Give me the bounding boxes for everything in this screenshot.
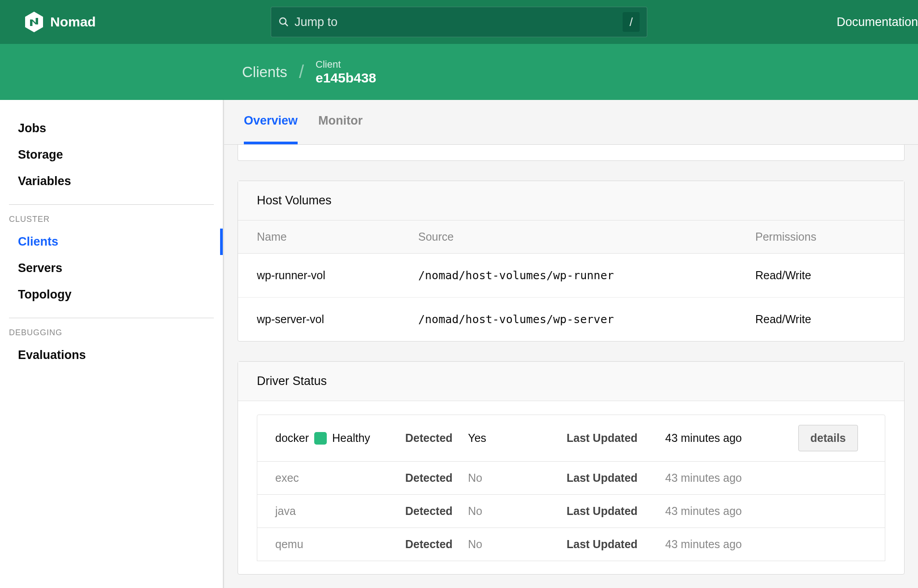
tab-monitor[interactable]: Monitor bbox=[318, 100, 363, 144]
driver-row: java Detected No Last Updated 43 minutes… bbox=[257, 494, 885, 528]
driver-row: docker Healthy Detected Yes Last Updated… bbox=[257, 415, 885, 462]
col-source: Source bbox=[418, 230, 755, 243]
updated-label: Last Updated bbox=[567, 538, 665, 551]
previous-card-fragment bbox=[238, 145, 905, 161]
driver-row: exec Detected No Last Updated 43 minutes… bbox=[257, 461, 885, 495]
brand-logo[interactable]: Nomad bbox=[25, 12, 96, 32]
brand-text: Nomad bbox=[50, 14, 96, 30]
table-row: wp-server-vol /nomad/host-volumes/wp-ser… bbox=[238, 298, 904, 341]
main-content: Overview Monitor Host Volumes Name Sourc… bbox=[224, 100, 918, 588]
global-search[interactable]: Jump to / bbox=[271, 7, 647, 37]
sidebar: Jobs Storage Variables CLUSTER Clients S… bbox=[0, 100, 224, 588]
col-name: Name bbox=[257, 230, 418, 243]
sidebar-item-jobs[interactable]: Jobs bbox=[9, 115, 214, 142]
detected-value: No bbox=[468, 505, 567, 518]
volume-source: /nomad/host-volumes/wp-server bbox=[418, 313, 755, 326]
detected-value: No bbox=[468, 538, 567, 551]
detected-label: Detected bbox=[405, 432, 468, 445]
detected-value: No bbox=[468, 471, 567, 484]
search-shortcut-key: / bbox=[623, 12, 640, 32]
sidebar-item-evaluations[interactable]: Evaluations bbox=[9, 342, 214, 368]
nomad-icon bbox=[25, 12, 43, 32]
volume-source: /nomad/host-volumes/wp-runner bbox=[418, 269, 755, 282]
updated-label: Last Updated bbox=[567, 505, 665, 518]
svg-line-1 bbox=[285, 23, 288, 26]
sidebar-item-servers[interactable]: Servers bbox=[9, 255, 214, 281]
driver-name: docker bbox=[275, 432, 309, 445]
driver-status-title: Driver Status bbox=[238, 362, 904, 401]
host-volumes-table-head: Name Source Permissions bbox=[238, 220, 904, 254]
host-volumes-title: Host Volumes bbox=[238, 181, 904, 220]
sidebar-group-debugging-label: DEBUGGING bbox=[9, 328, 214, 342]
tab-overview[interactable]: Overview bbox=[244, 100, 298, 144]
detected-label: Detected bbox=[405, 471, 468, 484]
driver-name: exec bbox=[275, 471, 405, 484]
svg-point-0 bbox=[280, 18, 286, 24]
sidebar-item-storage[interactable]: Storage bbox=[9, 142, 214, 168]
updated-value: 43 minutes ago bbox=[665, 505, 782, 518]
details-button[interactable]: details bbox=[798, 425, 858, 451]
sidebar-item-variables[interactable]: Variables bbox=[9, 168, 214, 195]
volume-name: wp-runner-vol bbox=[257, 269, 418, 282]
search-placeholder: Jump to bbox=[294, 15, 338, 29]
volume-name: wp-server-vol bbox=[257, 313, 418, 326]
driver-name: java bbox=[275, 505, 405, 518]
detected-label: Detected bbox=[405, 538, 468, 551]
sidebar-group-cluster-label: CLUSTER bbox=[9, 215, 214, 229]
updated-label: Last Updated bbox=[567, 471, 665, 484]
search-icon bbox=[278, 17, 289, 27]
updated-value: 43 minutes ago bbox=[665, 432, 782, 445]
volume-permissions: Read/Write bbox=[755, 313, 885, 326]
sidebar-item-clients[interactable]: Clients bbox=[9, 229, 214, 255]
breadcrumb-child-label: Client bbox=[316, 59, 376, 70]
health-text: Healthy bbox=[332, 432, 370, 445]
updated-value: 43 minutes ago bbox=[665, 471, 782, 484]
detected-label: Detected bbox=[405, 505, 468, 518]
health-indicator-icon bbox=[314, 432, 327, 445]
breadcrumb-parent[interactable]: Clients bbox=[242, 64, 287, 81]
driver-row: qemu Detected No Last Updated 43 minutes… bbox=[257, 527, 885, 561]
table-row: wp-runner-vol /nomad/host-volumes/wp-run… bbox=[238, 254, 904, 298]
sidebar-item-topology[interactable]: Topology bbox=[9, 281, 214, 308]
driver-name: qemu bbox=[275, 538, 405, 551]
breadcrumb: Clients / Client e145b438 bbox=[242, 59, 376, 86]
breadcrumb-child-value: e145b438 bbox=[316, 70, 376, 85]
driver-status-card: Driver Status docker Healthy Detected Ye… bbox=[238, 361, 905, 575]
nav-documentation[interactable]: Documentation bbox=[836, 15, 918, 29]
breadcrumb-separator: / bbox=[299, 62, 304, 82]
tab-bar: Overview Monitor bbox=[224, 100, 918, 145]
detected-value: Yes bbox=[468, 432, 567, 445]
sub-header: Clients / Client e145b438 bbox=[0, 44, 918, 100]
updated-label: Last Updated bbox=[567, 432, 665, 445]
updated-value: 43 minutes ago bbox=[665, 538, 782, 551]
volume-permissions: Read/Write bbox=[755, 269, 885, 282]
top-bar: Nomad Jump to / Documentation bbox=[0, 0, 918, 44]
host-volumes-card: Host Volumes Name Source Permissions wp-… bbox=[238, 181, 905, 342]
col-permissions: Permissions bbox=[755, 230, 885, 243]
